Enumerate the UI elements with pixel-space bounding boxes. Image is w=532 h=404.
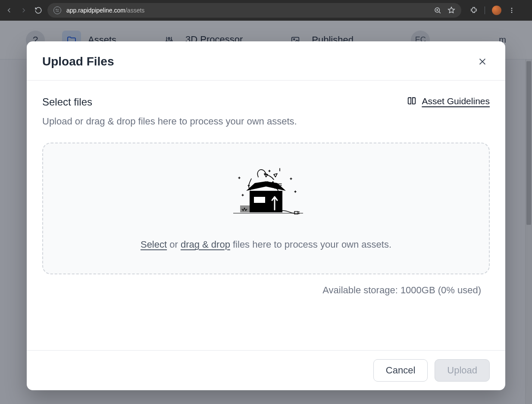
dropzone-rest: files here to process your own assets. (230, 239, 391, 250)
browser-reload-icon[interactable] (34, 6, 42, 14)
section-title: Select files (42, 96, 92, 108)
book-icon (407, 96, 416, 106)
dropzone-or: or (167, 239, 181, 250)
cat-in-box-illustration-icon (223, 164, 309, 224)
browser-url-path: /assets (125, 7, 144, 14)
extensions-icon[interactable] (470, 6, 478, 14)
svg-point-4 (511, 10, 513, 11)
svg-point-5 (511, 12, 513, 13)
browser-nav-arrows (5, 6, 42, 14)
svg-point-3 (511, 8, 513, 9)
modal-body: Select files Asset Guidelines Upload or … (27, 81, 505, 350)
select-link[interactable]: Select (141, 239, 167, 250)
browser-address-bar[interactable]: app.rapidpipeline.com/assets (47, 3, 461, 18)
storage-info: Available storage: 1000GB (0% used) (42, 285, 490, 296)
dropzone-text: Select or drag & drop files here to proc… (141, 239, 391, 250)
browser-menu-icon[interactable] (508, 7, 515, 14)
svg-point-0 (56, 9, 57, 10)
svg-rect-11 (254, 197, 265, 203)
modal-footer: Cancel Upload (27, 350, 505, 390)
cancel-button[interactable]: Cancel (373, 359, 428, 382)
storage-amount: 1000GB (401, 285, 435, 295)
modal-header: Upload Files (27, 41, 505, 81)
asset-guidelines-link[interactable]: Asset Guidelines (407, 96, 490, 106)
svg-rect-13 (294, 211, 298, 214)
browser-url: app.rapidpipeline.com/assets (66, 7, 429, 14)
file-dropzone[interactable]: Select or drag & drop files here to proc… (42, 143, 490, 274)
address-bar-actions (434, 6, 455, 14)
svg-point-1 (58, 11, 59, 12)
upload-button[interactable]: Upload (435, 359, 490, 382)
storage-usage: (0% used) (435, 285, 481, 295)
section-head: Select files Asset Guidelines (42, 96, 490, 108)
site-settings-icon[interactable] (53, 6, 61, 14)
asset-guidelines-label: Asset Guidelines (422, 96, 490, 106)
browser-forward-icon[interactable] (20, 6, 28, 14)
browser-right-controls (470, 6, 515, 15)
upload-files-modal: Upload Files Select files Asset Guidelin… (27, 41, 505, 390)
browser-url-domain: app.rapidpipeline.com (66, 7, 125, 14)
dragdrop-link[interactable]: drag & drop (181, 239, 230, 250)
zoom-icon[interactable] (434, 6, 441, 14)
browser-back-icon[interactable] (5, 6, 13, 14)
divider (485, 6, 485, 14)
browser-profile-icon[interactable] (492, 6, 501, 15)
close-icon[interactable] (475, 54, 490, 69)
modal-title: Upload Files (42, 55, 114, 68)
section-subtitle: Upload or drag & drop files here to proc… (42, 116, 490, 127)
storage-prefix: Available storage: (322, 285, 401, 295)
browser-chrome: app.rapidpipeline.com/assets (0, 0, 532, 21)
bookmark-star-icon[interactable] (448, 6, 455, 14)
